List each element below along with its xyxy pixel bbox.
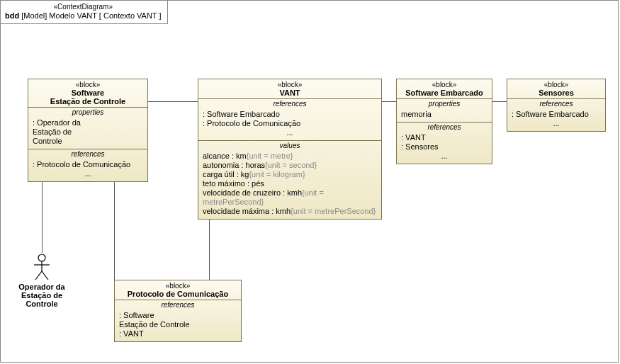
references-entries: : Protocolo de Comunicação ... xyxy=(28,159,147,181)
block-header: «block» VANT xyxy=(198,79,381,99)
block-stereotype: «block» xyxy=(201,81,378,89)
svg-point-0 xyxy=(38,254,45,261)
ellipsis: ... xyxy=(33,169,143,178)
compartment-label-references: references xyxy=(198,99,381,108)
references-entries: : Software Estação de Controle : VANT xyxy=(115,309,241,341)
references-entries: : Software Embarcado ... xyxy=(507,108,605,131)
frame-title: bdd [Model] Modelo VANT [ Contexto VANT … xyxy=(5,11,162,21)
ellipsis: ... xyxy=(203,128,377,137)
block-stereotype: «block» xyxy=(510,81,602,89)
block-vant[interactable]: «block» VANT references : Software Embar… xyxy=(198,79,382,220)
reference-entry: : Protocolo de Comunicação xyxy=(33,160,143,169)
property-entry: : Operador da xyxy=(33,118,143,127)
property-entry: Estação de xyxy=(33,127,143,137)
reference-entry: : VANT xyxy=(119,329,237,339)
reference-entry: : VANT xyxy=(401,133,487,142)
value-entry: alcance : km{unit = metre} xyxy=(203,152,377,161)
block-software-embarcado[interactable]: «block» Software Embarcado properties me… xyxy=(396,79,492,164)
property-entry: memoria xyxy=(401,110,487,119)
block-name-line1: Software xyxy=(31,89,145,97)
references-entries: : VANT : Sensores ... xyxy=(397,132,492,164)
value-text: velocidade de cruzeiro : kmh xyxy=(203,188,302,197)
block-header: «block» Software Estação de Controle xyxy=(28,79,147,108)
compartment-label-references: references xyxy=(397,123,492,132)
reference-entry: : Software Embarcado xyxy=(203,110,377,119)
frame-title-tab: «ContextDiagram» bdd [Model] Modelo VANT… xyxy=(1,1,168,24)
reference-entry: Estação de Controle xyxy=(119,320,237,329)
value-entry: teto máximo : pés xyxy=(203,179,377,188)
reference-entry: : Software Embarcado xyxy=(512,110,601,119)
block-stereotype: «block» xyxy=(118,282,238,290)
block-header: «block» Sensores xyxy=(507,79,605,99)
frame-kind: bdd xyxy=(5,11,19,20)
svg-line-4 xyxy=(42,271,48,280)
reference-entry: : Sensores xyxy=(401,142,487,152)
block-protocolo-comunicacao[interactable]: «block» Protocolo de Comunicação referen… xyxy=(114,280,242,342)
actor-name-line: Operador da xyxy=(13,283,70,291)
value-entry: autonomia : horas{unit = second} xyxy=(203,161,377,170)
assoc-vant-softemb xyxy=(382,101,396,102)
actor-label: Operador da Estação de Controle xyxy=(13,283,70,308)
block-name: Protocolo de Comunicação xyxy=(118,290,238,298)
value-text: teto máximo : pés xyxy=(203,179,264,188)
value-unit: {unit = metre} xyxy=(247,152,293,160)
references-entries: : Software Embarcado : Protocolo de Comu… xyxy=(198,108,381,140)
assoc-softemb-sensores xyxy=(492,101,507,102)
value-text: velocidade máxima : kmh xyxy=(203,207,291,215)
value-text: carga útil : kg xyxy=(203,170,249,178)
actor-name-line: Controle xyxy=(13,300,70,308)
assoc-software-protocolo-v xyxy=(114,176,115,291)
property-entry: Controle xyxy=(33,137,143,146)
compartment-label-references: references xyxy=(115,300,241,309)
block-name: Software Embarcado xyxy=(400,89,489,97)
assoc-software-vant-h xyxy=(148,101,198,102)
actor-icon xyxy=(31,253,52,281)
compartment-label-references: references xyxy=(507,99,605,108)
block-name: VANT xyxy=(201,89,378,97)
svg-line-3 xyxy=(35,271,42,280)
compartment-label-references: references xyxy=(28,149,147,159)
value-entry: carga útil : kg{unit = kilogram} xyxy=(203,170,377,179)
block-name: Sensores xyxy=(510,89,602,97)
block-sensores[interactable]: «block» Sensores references : Software E… xyxy=(507,79,606,132)
actor-operador[interactable]: Operador da Estação de Controle xyxy=(13,253,70,308)
ellipsis: ... xyxy=(512,119,601,128)
compartment-label-values: values xyxy=(198,141,381,150)
values-entries: alcance : km{unit = metre} autonomia : h… xyxy=(198,150,381,219)
properties-entries: : Operador da Estação de Controle xyxy=(28,117,147,149)
value-entry: velocidade máxima : kmh{unit = metrePerS… xyxy=(203,207,377,216)
frame-rest: [Model] Modelo VANT [ Contexto VANT ] xyxy=(19,11,161,20)
block-header: «block» Software Embarcado xyxy=(397,79,492,99)
frame-stereotype: «ContextDiagram» xyxy=(5,2,162,11)
value-unit: {unit = kilogram} xyxy=(249,170,305,178)
block-stereotype: «block» xyxy=(31,81,145,89)
block-stereotype: «block» xyxy=(400,81,489,89)
compartment-label-properties: properties xyxy=(28,108,147,117)
value-text: autonomia : horas xyxy=(203,161,265,169)
reference-entry: : Protocolo de Comunicação xyxy=(203,119,377,128)
value-text: alcance : km xyxy=(203,152,247,160)
value-unit: {unit = second} xyxy=(265,161,317,169)
ellipsis: ... xyxy=(401,152,487,161)
reference-entry: : Software xyxy=(119,311,237,320)
properties-entries: memoria xyxy=(397,108,492,122)
block-software-estacao-controle[interactable]: «block» Software Estação de Controle pro… xyxy=(28,79,148,182)
diagram-frame: «ContextDiagram» bdd [Model] Modelo VANT… xyxy=(0,0,619,363)
actor-name-line: Estação de xyxy=(13,291,70,300)
compartment-label-properties: properties xyxy=(397,99,492,108)
assoc-operador-software xyxy=(42,176,43,253)
value-unit: {unit = metrePerSecond} xyxy=(291,207,376,215)
value-entry: velocidade de cruzeiro : kmh{unit = metr… xyxy=(203,188,377,207)
block-name-line2: Estação de Controle xyxy=(31,97,145,106)
block-header: «block» Protocolo de Comunicação xyxy=(115,280,241,300)
